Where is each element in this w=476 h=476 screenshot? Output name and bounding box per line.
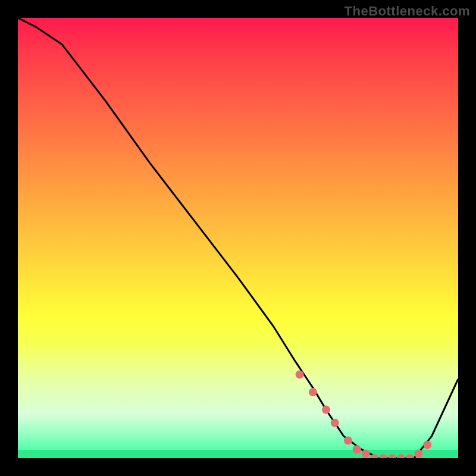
- plot-area: [18, 18, 458, 458]
- data-marker: [362, 450, 370, 458]
- data-marker: [353, 445, 361, 453]
- data-marker: [344, 436, 352, 444]
- watermark-text: TheBottleneck.com: [345, 4, 470, 19]
- data-marker: [331, 419, 339, 427]
- curve-svg: [18, 18, 458, 458]
- chart-frame: TheBottleneck.com: [0, 0, 476, 476]
- data-marker: [423, 441, 431, 449]
- marker-group: [296, 370, 432, 458]
- data-marker: [309, 388, 317, 396]
- data-marker: [414, 450, 422, 458]
- data-marker: [397, 454, 405, 458]
- data-marker: [296, 370, 304, 378]
- data-marker: [388, 454, 396, 458]
- data-marker: [379, 454, 387, 458]
- bottleneck-curve: [18, 18, 458, 458]
- data-marker: [406, 454, 414, 458]
- data-marker: [322, 406, 330, 414]
